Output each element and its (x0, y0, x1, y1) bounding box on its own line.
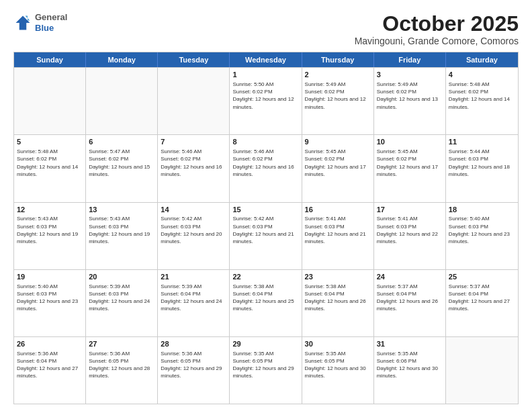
day-number: 21 (161, 272, 226, 282)
svg-marker-0 (16, 15, 30, 30)
title-block: October 2025 Mavingouni, Grande Comore, … (355, 12, 519, 46)
week-row-5: 26Sunrise: 5:36 AMSunset: 6:04 PMDayligh… (14, 336, 518, 404)
cell-info: Sunrise: 5:48 AMSunset: 6:02 PMDaylight:… (17, 148, 83, 178)
cell-info: Sunrise: 5:39 AMSunset: 6:03 PMDaylight:… (89, 283, 154, 313)
day-number: 11 (449, 137, 515, 147)
week-row-1: 1Sunrise: 5:50 AMSunset: 6:02 PMDaylight… (14, 67, 518, 134)
cell-info: Sunrise: 5:37 AMSunset: 6:04 PMDaylight:… (377, 283, 443, 313)
header: General Blue October 2025 Mavingouni, Gr… (13, 12, 519, 46)
cal-cell: 16Sunrise: 5:41 AMSunset: 6:03 PMDayligh… (302, 203, 374, 269)
cell-info: Sunrise: 5:47 AMSunset: 6:02 PMDaylight:… (89, 148, 154, 178)
calendar-body: 1Sunrise: 5:50 AMSunset: 6:02 PMDaylight… (14, 67, 518, 404)
logo: General Blue (13, 12, 67, 33)
cell-info: Sunrise: 5:48 AMSunset: 6:02 PMDaylight:… (449, 81, 515, 111)
cell-info: Sunrise: 5:45 AMSunset: 6:02 PMDaylight:… (377, 148, 443, 178)
cal-cell (14, 68, 86, 134)
cell-info: Sunrise: 5:36 AMSunset: 6:05 PMDaylight:… (89, 350, 154, 380)
logo-icon (13, 13, 32, 32)
day-header-saturday: Saturday (446, 52, 518, 67)
cell-info: Sunrise: 5:49 AMSunset: 6:02 PMDaylight:… (305, 81, 371, 111)
day-number: 22 (232, 272, 298, 282)
week-row-4: 19Sunrise: 5:40 AMSunset: 6:03 PMDayligh… (14, 269, 518, 336)
day-number: 14 (161, 205, 226, 215)
day-number: 31 (377, 339, 443, 349)
cell-info: Sunrise: 5:41 AMSunset: 6:03 PMDaylight:… (305, 215, 371, 245)
day-number: 10 (377, 137, 443, 147)
cal-cell: 8Sunrise: 5:46 AMSunset: 6:02 PMDaylight… (230, 135, 302, 201)
cal-cell: 14Sunrise: 5:42 AMSunset: 6:03 PMDayligh… (158, 203, 230, 269)
cal-cell: 19Sunrise: 5:40 AMSunset: 6:03 PMDayligh… (14, 270, 86, 336)
cal-cell: 12Sunrise: 5:43 AMSunset: 6:03 PMDayligh… (14, 203, 86, 269)
cell-info: Sunrise: 5:43 AMSunset: 6:03 PMDaylight:… (17, 215, 83, 245)
day-number: 29 (232, 339, 298, 349)
cell-info: Sunrise: 5:36 AMSunset: 6:04 PMDaylight:… (17, 350, 83, 380)
cell-info: Sunrise: 5:35 AMSunset: 6:05 PMDaylight:… (305, 350, 371, 380)
cell-info: Sunrise: 5:40 AMSunset: 6:03 PMDaylight:… (17, 283, 83, 313)
day-header-thursday: Thursday (302, 52, 374, 67)
day-header-wednesday: Wednesday (230, 52, 302, 67)
day-number: 8 (232, 137, 298, 147)
week-row-3: 12Sunrise: 5:43 AMSunset: 6:03 PMDayligh… (14, 202, 518, 269)
logo-blue-text: Blue (35, 23, 67, 34)
cell-info: Sunrise: 5:50 AMSunset: 6:02 PMDaylight:… (232, 81, 298, 111)
day-number: 25 (449, 272, 515, 282)
page: General Blue October 2025 Mavingouni, Gr… (0, 0, 532, 411)
day-number: 27 (89, 339, 154, 349)
cal-cell: 20Sunrise: 5:39 AMSunset: 6:03 PMDayligh… (86, 270, 158, 336)
day-number: 26 (17, 339, 83, 349)
cell-info: Sunrise: 5:36 AMSunset: 6:05 PMDaylight:… (161, 350, 226, 380)
day-number: 2 (305, 70, 371, 80)
cal-cell: 21Sunrise: 5:39 AMSunset: 6:04 PMDayligh… (158, 270, 230, 336)
cell-info: Sunrise: 5:35 AMSunset: 6:06 PMDaylight:… (377, 350, 443, 380)
cal-cell: 17Sunrise: 5:41 AMSunset: 6:03 PMDayligh… (374, 203, 446, 269)
day-header-tuesday: Tuesday (158, 52, 230, 67)
cal-cell (86, 68, 158, 134)
day-number: 19 (17, 272, 83, 282)
cell-info: Sunrise: 5:42 AMSunset: 6:03 PMDaylight:… (232, 215, 298, 245)
day-header-sunday: Sunday (14, 52, 86, 67)
cal-cell: 24Sunrise: 5:37 AMSunset: 6:04 PMDayligh… (374, 270, 446, 336)
calendar: SundayMondayTuesdayWednesdayThursdayFrid… (13, 52, 519, 404)
cal-cell: 4Sunrise: 5:48 AMSunset: 6:02 PMDaylight… (446, 68, 518, 134)
cal-cell: 2Sunrise: 5:49 AMSunset: 6:02 PMDaylight… (302, 68, 374, 134)
day-number: 18 (449, 205, 515, 215)
cal-cell: 10Sunrise: 5:45 AMSunset: 6:02 PMDayligh… (374, 135, 446, 201)
week-row-2: 5Sunrise: 5:48 AMSunset: 6:02 PMDaylight… (14, 134, 518, 201)
day-number: 16 (305, 205, 371, 215)
cell-info: Sunrise: 5:42 AMSunset: 6:03 PMDaylight:… (161, 215, 226, 245)
cal-cell: 18Sunrise: 5:40 AMSunset: 6:03 PMDayligh… (446, 203, 518, 269)
cal-cell: 23Sunrise: 5:38 AMSunset: 6:04 PMDayligh… (302, 270, 374, 336)
day-number: 30 (305, 339, 371, 349)
cal-cell: 31Sunrise: 5:35 AMSunset: 6:06 PMDayligh… (374, 337, 446, 404)
day-number: 24 (377, 272, 443, 282)
day-number: 5 (17, 137, 83, 147)
calendar-header-row: SundayMondayTuesdayWednesdayThursdayFrid… (14, 52, 518, 67)
cell-info: Sunrise: 5:43 AMSunset: 6:03 PMDaylight:… (89, 215, 154, 245)
cal-cell: 28Sunrise: 5:36 AMSunset: 6:05 PMDayligh… (158, 337, 230, 404)
day-number: 6 (89, 137, 154, 147)
cell-info: Sunrise: 5:49 AMSunset: 6:02 PMDaylight:… (377, 81, 443, 111)
cell-info: Sunrise: 5:39 AMSunset: 6:04 PMDaylight:… (161, 283, 226, 313)
cal-cell: 7Sunrise: 5:46 AMSunset: 6:02 PMDaylight… (158, 135, 230, 201)
day-number: 3 (377, 70, 443, 80)
cal-cell: 27Sunrise: 5:36 AMSunset: 6:05 PMDayligh… (86, 337, 158, 404)
cell-info: Sunrise: 5:40 AMSunset: 6:03 PMDaylight:… (449, 215, 515, 245)
day-number: 20 (89, 272, 154, 282)
cell-info: Sunrise: 5:46 AMSunset: 6:02 PMDaylight:… (232, 148, 298, 178)
month-title: October 2025 (355, 12, 519, 36)
cal-cell: 30Sunrise: 5:35 AMSunset: 6:05 PMDayligh… (302, 337, 374, 404)
cell-info: Sunrise: 5:37 AMSunset: 6:04 PMDaylight:… (449, 283, 515, 313)
day-header-friday: Friday (374, 52, 446, 67)
day-number: 28 (161, 339, 226, 349)
cell-info: Sunrise: 5:38 AMSunset: 6:04 PMDaylight:… (305, 283, 371, 313)
day-number: 4 (449, 70, 515, 80)
location-text: Mavingouni, Grande Comore, Comoros (355, 36, 519, 46)
cal-cell: 3Sunrise: 5:49 AMSunset: 6:02 PMDaylight… (374, 68, 446, 134)
cal-cell: 29Sunrise: 5:35 AMSunset: 6:05 PMDayligh… (230, 337, 302, 404)
cell-info: Sunrise: 5:38 AMSunset: 6:04 PMDaylight:… (232, 283, 298, 313)
day-number: 12 (17, 205, 83, 215)
cal-cell (446, 337, 518, 404)
day-number: 17 (377, 205, 443, 215)
cal-cell: 9Sunrise: 5:45 AMSunset: 6:02 PMDaylight… (302, 135, 374, 201)
cal-cell (158, 68, 230, 134)
